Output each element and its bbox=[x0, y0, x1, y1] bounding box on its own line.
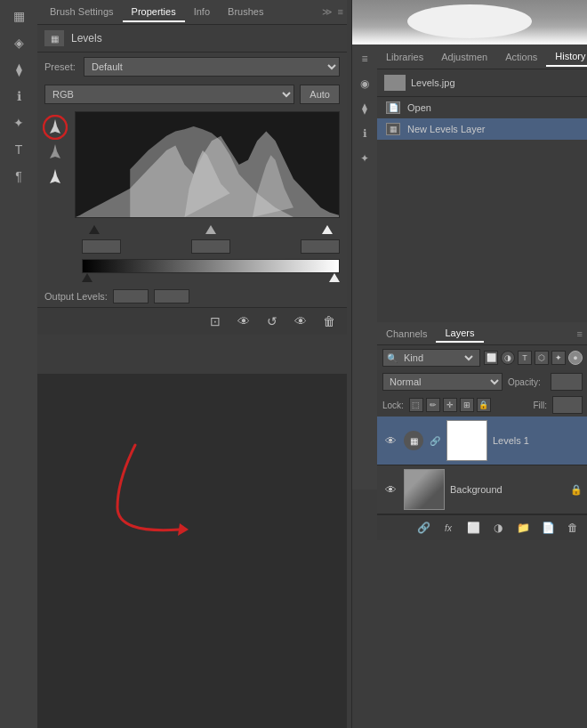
preset-row: Preset: Default bbox=[37, 53, 347, 81]
text-icon[interactable]: T bbox=[4, 137, 33, 162]
layers-tab-menu[interactable]: ≡ bbox=[572, 326, 587, 342]
adjust-icon[interactable]: ◈ bbox=[4, 30, 33, 55]
right-icon-4[interactable]: ℹ bbox=[354, 123, 375, 144]
tab-layers[interactable]: Layers bbox=[436, 325, 483, 343]
opacity-input[interactable]: 100% bbox=[551, 373, 583, 391]
right-icon-1[interactable]: ≡ bbox=[354, 48, 375, 69]
white-point-eyedropper[interactable] bbox=[44, 166, 66, 188]
panel-header: ▦ Levels bbox=[37, 25, 347, 53]
output-triangle-row bbox=[37, 273, 347, 286]
kind-filter-icons: ⬜ ◑ T ⬡ ✦ ● bbox=[484, 351, 583, 365]
output-min-value[interactable]: 0 bbox=[113, 289, 149, 303]
white-point-slider[interactable] bbox=[322, 225, 333, 234]
left-icon-strip: ▦ ◈ ⧫ ℹ ✦ T ¶ bbox=[0, 0, 37, 728]
delete-button[interactable]: 🗑 bbox=[318, 311, 340, 331]
channel-select[interactable]: RGB bbox=[44, 85, 294, 104]
lock-transparency[interactable]: ⬚ bbox=[409, 398, 423, 412]
tab-info[interactable]: Info bbox=[185, 3, 219, 22]
output-gradient-row bbox=[37, 255, 347, 273]
tab-brushes[interactable]: Brushes bbox=[219, 3, 272, 22]
paragraph-icon[interactable]: ¶ bbox=[4, 164, 33, 189]
eyedropper-icon[interactable]: ✦ bbox=[4, 110, 33, 135]
history-filename: Levels.jpg bbox=[411, 77, 455, 88]
delete-layer-button[interactable]: 🗑 bbox=[563, 519, 583, 537]
history-item-new-levels[interactable]: ▦ New Levels Layer bbox=[377, 118, 587, 140]
auto-button[interactable]: Auto bbox=[300, 85, 340, 104]
gray-point-eyedropper[interactable] bbox=[44, 142, 66, 163]
lock-move[interactable]: ✛ bbox=[443, 398, 457, 412]
tab-libraries[interactable]: Libraries bbox=[377, 48, 432, 66]
history-item-icon-new-levels: ▦ bbox=[386, 123, 400, 135]
history-header: Levels.jpg bbox=[377, 69, 587, 97]
output-white-slider[interactable] bbox=[329, 273, 340, 282]
fill-label: Fill: bbox=[533, 400, 547, 410]
black-point-eyedropper[interactable] bbox=[44, 117, 66, 138]
filter-shape[interactable]: ⬡ bbox=[535, 351, 549, 365]
input-black-value[interactable]: 0 bbox=[82, 239, 121, 254]
tab-adjustments[interactable]: Adjustmen bbox=[432, 48, 496, 66]
add-style-button[interactable]: fx bbox=[438, 519, 458, 537]
filter-pixel[interactable]: ⬜ bbox=[484, 351, 498, 365]
right-icon-5[interactable]: ✦ bbox=[354, 148, 375, 169]
sliders-icon[interactable]: ⧫ bbox=[4, 57, 33, 82]
info-icon[interactable]: ℹ bbox=[4, 84, 33, 109]
right-icon-2[interactable]: ◉ bbox=[354, 73, 375, 94]
layer-thumb-levels1 bbox=[446, 420, 487, 461]
new-group-button[interactable]: 📁 bbox=[513, 519, 533, 537]
tab-expand-icon[interactable]: ≫ bbox=[322, 6, 333, 18]
tab-channels[interactable]: Channels bbox=[377, 326, 436, 342]
input-values-row: 0 1.00 255 bbox=[37, 238, 347, 255]
tab-properties[interactable]: Properties bbox=[123, 3, 185, 22]
layer-visibility-levels1[interactable]: 👁 bbox=[382, 433, 398, 449]
output-black-slider[interactable] bbox=[82, 273, 92, 282]
layer-chain-levels1[interactable]: 🔗 bbox=[429, 434, 441, 447]
adjustment-layer-icon: ▦ bbox=[404, 431, 423, 450]
history-thumbnail bbox=[384, 75, 406, 91]
filter-active[interactable]: ● bbox=[568, 351, 583, 365]
filter-adjustment[interactable]: ◑ bbox=[501, 351, 515, 365]
right-panel: ≡ ◉ ⧫ ℹ ✦ Libraries Adjustmen Actions Hi… bbox=[351, 0, 587, 728]
tab-history[interactable]: History bbox=[546, 47, 587, 67]
lock-all[interactable]: 🔒 bbox=[477, 398, 491, 412]
tab-actions[interactable]: Actions bbox=[496, 48, 546, 66]
filter-type[interactable]: T bbox=[518, 351, 532, 365]
layer-visibility-background[interactable]: 👁 bbox=[382, 481, 398, 497]
history-item-open[interactable]: 📄 Open bbox=[377, 97, 587, 118]
output-levels-label: Output Levels: bbox=[44, 291, 108, 302]
new-layer-button[interactable]: 📄 bbox=[538, 519, 558, 537]
new-adjustment-button[interactable]: ◑ bbox=[488, 519, 508, 537]
layer-row-background[interactable]: 👁 Background 🔒 bbox=[377, 465, 587, 514]
link-layers-button[interactable]: 🔗 bbox=[414, 519, 433, 537]
fill-input[interactable]: 100% bbox=[552, 396, 583, 414]
blend-mode-select[interactable]: Normal bbox=[382, 373, 503, 391]
input-white-value[interactable]: 255 bbox=[301, 239, 340, 254]
view-previous-button[interactable]: 👁 bbox=[233, 311, 254, 331]
layers-footer: 🔗 fx ⬜ ◑ 📁 📄 🗑 bbox=[377, 514, 587, 540]
right-tab-bar: Libraries Adjustmen Actions History ≡ bbox=[377, 44, 587, 69]
visibility-button[interactable]: 👁 bbox=[290, 311, 311, 331]
right-icon-3[interactable]: ⧫ bbox=[354, 98, 375, 119]
histogram-icon[interactable]: ▦ bbox=[4, 4, 33, 28]
reset-button[interactable]: ↺ bbox=[261, 311, 283, 331]
tab-brush-settings[interactable]: Brush Settings bbox=[41, 3, 123, 22]
filter-smart[interactable]: ✦ bbox=[551, 351, 566, 365]
add-mask-button[interactable]: ⬜ bbox=[463, 519, 483, 537]
lock-paint[interactable]: ✏ bbox=[426, 398, 440, 412]
opacity-label: Opacity: bbox=[508, 377, 545, 387]
tab-menu-icon[interactable]: ≡ bbox=[338, 6, 343, 18]
clip-to-layer-button[interactable]: ⊡ bbox=[205, 311, 226, 331]
output-max-value[interactable]: 255 bbox=[154, 289, 189, 303]
midpoint-slider[interactable] bbox=[205, 225, 216, 234]
layers-tab-bar: Channels Layers ≡ bbox=[377, 322, 587, 345]
panel-footer: ⊡ 👁 ↺ 👁 🗑 bbox=[37, 307, 347, 335]
lock-row: Lock: ⬚ ✏ ✛ ⊞ 🔒 Fill: 100% bbox=[377, 393, 587, 417]
layer-row-levels1[interactable]: 👁 ▦ 🔗 Levels 1 bbox=[377, 417, 587, 465]
history-item-label-new-levels: New Levels Layer bbox=[407, 124, 485, 134]
black-point-slider[interactable] bbox=[89, 225, 100, 234]
kind-search-box[interactable]: 🔍 Kind bbox=[382, 349, 480, 367]
svg-marker-4 bbox=[178, 523, 189, 536]
kind-select[interactable]: Kind bbox=[400, 352, 476, 364]
preset-select[interactable]: Default bbox=[84, 57, 340, 77]
lock-artboard[interactable]: ⊞ bbox=[460, 398, 474, 412]
input-mid-value[interactable]: 1.00 bbox=[191, 239, 230, 254]
